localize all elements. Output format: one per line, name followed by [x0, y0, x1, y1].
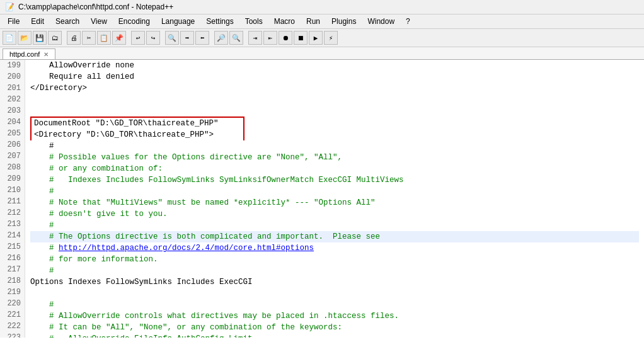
tb-unindent[interactable]: ⇤ [263, 31, 277, 45]
tb-zoom-in[interactable]: 🔎 [214, 31, 228, 45]
line-num-214: 214 [4, 230, 21, 241]
line-num-216: 216 [4, 253, 21, 264]
code-line-208: # or any combination of: [30, 163, 639, 174]
code-line-201: </Directory> [30, 82, 639, 94]
tb-print[interactable]: 🖨 [67, 31, 81, 45]
menu-macro[interactable]: Macro [269, 16, 300, 27]
menu-run[interactable]: Run [301, 16, 325, 27]
red-box-wrapper: DocumentRoot "D:\GD_TOR\thaicreate_PHP"<… [30, 117, 244, 140]
menu-tools[interactable]: Tools [240, 16, 268, 27]
line-num-205: 205 [4, 128, 21, 139]
tb-find-next[interactable]: ➡ [180, 31, 194, 45]
line-numbers: 1992002012022032042052062072082092102112… [0, 60, 25, 338]
title-bar: 📝 C:\xampp\apache\conf\httpd.conf - Note… [0, 0, 644, 14]
tb-copy[interactable]: 📋 [97, 31, 111, 45]
menu-edit[interactable]: Edit [26, 16, 49, 27]
code-line-220: # [30, 299, 639, 310]
code-line-219 [30, 288, 639, 299]
tb-cut[interactable]: ✂ [82, 31, 96, 45]
line-num-223: 223 [4, 332, 21, 338]
code-line-205: <Directory "D:\GD_TOR\thaicreate_PHP"> [34, 129, 241, 140]
code-line-213: # [30, 220, 639, 231]
line-num-200: 200 [4, 71, 21, 82]
code-line-211: # Note that "MultiViews" must be named *… [30, 197, 639, 208]
code-line-215: # http://httpd.apache.org/docs/2.4/mod/c… [30, 242, 639, 254]
code-line-203 [30, 105, 639, 117]
editor: 1992002012022032042052062072082092102112… [0, 60, 644, 338]
tb-paste[interactable]: 📌 [112, 31, 126, 45]
code-line-209: # Indexes Includes FollowSymLinks SymLin… [30, 174, 639, 186]
menu-language[interactable]: Language [156, 16, 200, 27]
line-num-209: 209 [4, 173, 21, 185]
code-line-200: Require all denied [30, 71, 639, 82]
menu-?[interactable]: ? [401, 16, 415, 27]
menu-settings[interactable]: Settings [201, 16, 238, 27]
tab-close-button[interactable]: ✕ [43, 51, 49, 58]
tb-macro-play[interactable]: ▶ [309, 31, 323, 45]
app-icon: 📝 [5, 3, 14, 11]
line-num-219: 219 [4, 287, 21, 298]
menu-file[interactable]: File [3, 16, 25, 27]
line-num-204: 204 [4, 117, 21, 128]
code-line-206: # [30, 140, 639, 152]
line-num-212: 212 [4, 207, 21, 219]
tb-zoom-out[interactable]: 🔍 [229, 31, 243, 45]
tab-bar: httpd.conf ✕ [0, 47, 644, 60]
tb-save-all[interactable]: 🗂 [48, 31, 62, 45]
tb-find-prev[interactable]: ⬅ [195, 31, 209, 45]
toolbar: 📄 📂 💾 🗂 🖨 ✂ 📋 📌 ↩ ↪ 🔍 ➡ ⬅ 🔎 🔍 ⇥ ⇤ ⏺ ⏹ ▶ … [0, 29, 644, 47]
line-num-222: 222 [4, 321, 21, 332]
tb-undo[interactable]: ↩ [131, 31, 145, 45]
line-num-206: 206 [4, 139, 21, 151]
menu-search[interactable]: Search [50, 16, 84, 27]
code-line-218: Options Indexes FollowSymLinks Includes … [30, 276, 639, 288]
tb-save[interactable]: 💾 [33, 31, 47, 45]
code-line-221: # AllowOverride controls what directives… [30, 310, 639, 322]
line-num-199: 199 [4, 60, 21, 71]
code-line-210: # [30, 186, 639, 197]
tb-run[interactable]: ⚡ [324, 31, 338, 45]
line-num-221: 221 [4, 309, 21, 321]
tb-find[interactable]: 🔍 [165, 31, 179, 45]
line-num-215: 215 [4, 241, 21, 253]
menu-plugins[interactable]: Plugins [326, 16, 361, 27]
code-line-216: # for more information. [30, 254, 639, 265]
line-num-207: 207 [4, 151, 21, 162]
tb-new[interactable]: 📄 [3, 31, 16, 45]
line-num-217: 217 [4, 264, 21, 275]
tb-macro-rec[interactable]: ⏺ [279, 31, 292, 45]
code-area[interactable]: AllowOverride none Require all denied</D… [25, 60, 644, 338]
tb-indent[interactable]: ⇥ [248, 31, 262, 45]
tab-label: httpd.conf [9, 50, 40, 58]
line-num-201: 201 [4, 82, 21, 94]
line-num-218: 218 [4, 275, 21, 287]
tab-httpd-conf[interactable]: httpd.conf ✕ [3, 48, 55, 59]
tb-redo[interactable]: ↪ [146, 31, 160, 45]
menu-bar: FileEditSearchViewEncodingLanguageSettin… [0, 14, 644, 29]
code-line-222: # It can be "All", "None", or any combin… [30, 322, 639, 333]
link-httpd-docs[interactable]: http://httpd.apache.org/docs/2.4/mod/cor… [59, 244, 314, 253]
code-line-207: # Possible values for the Options direct… [30, 152, 639, 163]
tb-open[interactable]: 📂 [18, 31, 32, 45]
menu-window[interactable]: Window [362, 16, 400, 27]
code-line-204: DocumentRoot "D:\GD_TOR\thaicreate_PHP" [34, 118, 241, 129]
window-title: C:\xampp\apache\conf\httpd.conf - Notepa… [18, 3, 173, 11]
code-line-202 [30, 94, 639, 105]
code-line-212: # doesn't give it to you. [30, 208, 639, 220]
line-num-210: 210 [4, 185, 21, 196]
line-num-220: 220 [4, 298, 21, 309]
line-num-202: 202 [4, 94, 21, 105]
line-num-213: 213 [4, 219, 21, 230]
code-line-214: # The Options directive is both complica… [30, 231, 639, 242]
line-num-208: 208 [4, 162, 21, 173]
tb-macro-stop[interactable]: ⏹ [294, 31, 308, 45]
code-line-223: # AllowOverride FileInfo AuthConfig Limi… [30, 333, 639, 338]
line-num-203: 203 [4, 105, 21, 117]
line-num-211: 211 [4, 196, 21, 207]
menu-view[interactable]: View [86, 16, 112, 27]
code-line-199: AllowOverride none [30, 60, 639, 71]
menu-encoding[interactable]: Encoding [113, 16, 155, 27]
code-line-217: # [30, 265, 639, 276]
